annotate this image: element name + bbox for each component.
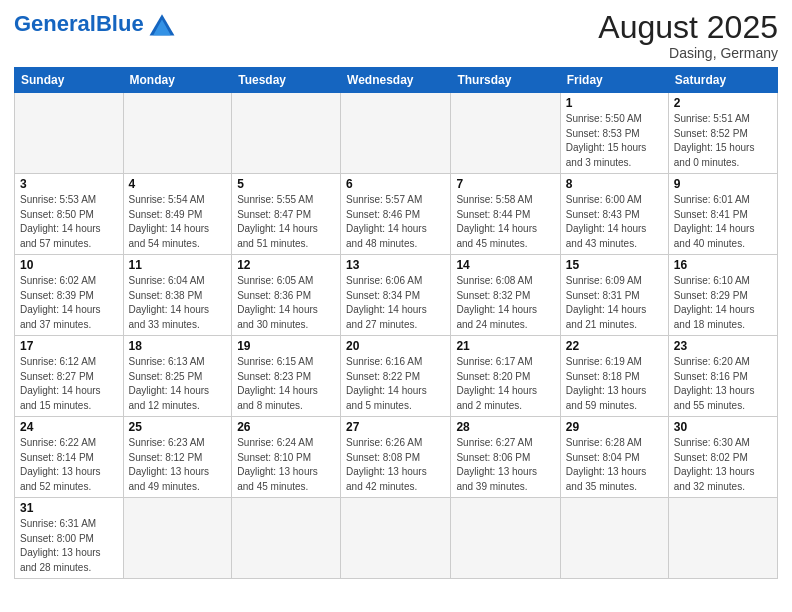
calendar-week-row: 3Sunrise: 5:53 AM Sunset: 8:50 PM Daylig… — [15, 174, 778, 255]
calendar-cell — [668, 498, 777, 579]
day-info: Sunrise: 6:16 AM Sunset: 8:22 PM Dayligh… — [346, 355, 445, 413]
day-info: Sunrise: 5:58 AM Sunset: 8:44 PM Dayligh… — [456, 193, 554, 251]
day-info: Sunrise: 6:24 AM Sunset: 8:10 PM Dayligh… — [237, 436, 335, 494]
calendar-cell: 12Sunrise: 6:05 AM Sunset: 8:36 PM Dayli… — [232, 255, 341, 336]
header: GeneralBlue August 2025 Dasing, Germany — [14, 10, 778, 61]
day-info: Sunrise: 5:57 AM Sunset: 8:46 PM Dayligh… — [346, 193, 445, 251]
calendar-cell: 2Sunrise: 5:51 AM Sunset: 8:52 PM Daylig… — [668, 93, 777, 174]
day-info: Sunrise: 5:50 AM Sunset: 8:53 PM Dayligh… — [566, 112, 663, 170]
day-number: 12 — [237, 258, 335, 272]
calendar-cell: 18Sunrise: 6:13 AM Sunset: 8:25 PM Dayli… — [123, 336, 232, 417]
day-info: Sunrise: 6:06 AM Sunset: 8:34 PM Dayligh… — [346, 274, 445, 332]
day-info: Sunrise: 5:54 AM Sunset: 8:49 PM Dayligh… — [129, 193, 227, 251]
calendar-week-row: 31Sunrise: 6:31 AM Sunset: 8:00 PM Dayli… — [15, 498, 778, 579]
calendar-cell: 27Sunrise: 6:26 AM Sunset: 8:08 PM Dayli… — [341, 417, 451, 498]
calendar-cell: 10Sunrise: 6:02 AM Sunset: 8:39 PM Dayli… — [15, 255, 124, 336]
calendar-cell — [341, 93, 451, 174]
day-info: Sunrise: 6:15 AM Sunset: 8:23 PM Dayligh… — [237, 355, 335, 413]
calendar-cell: 9Sunrise: 6:01 AM Sunset: 8:41 PM Daylig… — [668, 174, 777, 255]
calendar-cell: 29Sunrise: 6:28 AM Sunset: 8:04 PM Dayli… — [560, 417, 668, 498]
day-number: 16 — [674, 258, 772, 272]
calendar-cell: 11Sunrise: 6:04 AM Sunset: 8:38 PM Dayli… — [123, 255, 232, 336]
calendar-cell — [451, 498, 560, 579]
day-info: Sunrise: 6:30 AM Sunset: 8:02 PM Dayligh… — [674, 436, 772, 494]
day-number: 22 — [566, 339, 663, 353]
day-number: 26 — [237, 420, 335, 434]
day-info: Sunrise: 5:51 AM Sunset: 8:52 PM Dayligh… — [674, 112, 772, 170]
logo-blue: Blue — [96, 11, 144, 36]
day-info: Sunrise: 6:22 AM Sunset: 8:14 PM Dayligh… — [20, 436, 118, 494]
day-number: 17 — [20, 339, 118, 353]
day-info: Sunrise: 6:19 AM Sunset: 8:18 PM Dayligh… — [566, 355, 663, 413]
calendar-cell — [560, 498, 668, 579]
logo-general: General — [14, 11, 96, 36]
logo-icon — [146, 10, 178, 38]
day-info: Sunrise: 6:12 AM Sunset: 8:27 PM Dayligh… — [20, 355, 118, 413]
day-number: 9 — [674, 177, 772, 191]
calendar-week-row: 10Sunrise: 6:02 AM Sunset: 8:39 PM Dayli… — [15, 255, 778, 336]
day-info: Sunrise: 6:27 AM Sunset: 8:06 PM Dayligh… — [456, 436, 554, 494]
day-number: 13 — [346, 258, 445, 272]
day-number: 30 — [674, 420, 772, 434]
calendar-cell — [123, 93, 232, 174]
calendar-table: SundayMondayTuesdayWednesdayThursdayFrid… — [14, 67, 778, 579]
calendar-cell: 28Sunrise: 6:27 AM Sunset: 8:06 PM Dayli… — [451, 417, 560, 498]
day-number: 7 — [456, 177, 554, 191]
weekday-header-row: SundayMondayTuesdayWednesdayThursdayFrid… — [15, 68, 778, 93]
calendar-cell: 15Sunrise: 6:09 AM Sunset: 8:31 PM Dayli… — [560, 255, 668, 336]
calendar-cell: 1Sunrise: 5:50 AM Sunset: 8:53 PM Daylig… — [560, 93, 668, 174]
day-info: Sunrise: 6:08 AM Sunset: 8:32 PM Dayligh… — [456, 274, 554, 332]
calendar-cell: 20Sunrise: 6:16 AM Sunset: 8:22 PM Dayli… — [341, 336, 451, 417]
weekday-header: Friday — [560, 68, 668, 93]
calendar-cell: 21Sunrise: 6:17 AM Sunset: 8:20 PM Dayli… — [451, 336, 560, 417]
calendar-cell — [15, 93, 124, 174]
day-info: Sunrise: 6:31 AM Sunset: 8:00 PM Dayligh… — [20, 517, 118, 575]
calendar-cell: 23Sunrise: 6:20 AM Sunset: 8:16 PM Dayli… — [668, 336, 777, 417]
calendar-cell: 7Sunrise: 5:58 AM Sunset: 8:44 PM Daylig… — [451, 174, 560, 255]
day-number: 1 — [566, 96, 663, 110]
calendar-cell: 31Sunrise: 6:31 AM Sunset: 8:00 PM Dayli… — [15, 498, 124, 579]
weekday-header: Thursday — [451, 68, 560, 93]
day-info: Sunrise: 6:20 AM Sunset: 8:16 PM Dayligh… — [674, 355, 772, 413]
day-info: Sunrise: 6:09 AM Sunset: 8:31 PM Dayligh… — [566, 274, 663, 332]
day-info: Sunrise: 6:05 AM Sunset: 8:36 PM Dayligh… — [237, 274, 335, 332]
day-number: 3 — [20, 177, 118, 191]
day-number: 21 — [456, 339, 554, 353]
calendar-cell: 8Sunrise: 6:00 AM Sunset: 8:43 PM Daylig… — [560, 174, 668, 255]
weekday-header: Wednesday — [341, 68, 451, 93]
day-number: 20 — [346, 339, 445, 353]
day-info: Sunrise: 6:01 AM Sunset: 8:41 PM Dayligh… — [674, 193, 772, 251]
calendar-week-row: 1Sunrise: 5:50 AM Sunset: 8:53 PM Daylig… — [15, 93, 778, 174]
day-number: 27 — [346, 420, 445, 434]
calendar-cell: 5Sunrise: 5:55 AM Sunset: 8:47 PM Daylig… — [232, 174, 341, 255]
calendar-cell — [451, 93, 560, 174]
day-number: 8 — [566, 177, 663, 191]
calendar-cell: 13Sunrise: 6:06 AM Sunset: 8:34 PM Dayli… — [341, 255, 451, 336]
day-info: Sunrise: 6:28 AM Sunset: 8:04 PM Dayligh… — [566, 436, 663, 494]
calendar-cell: 19Sunrise: 6:15 AM Sunset: 8:23 PM Dayli… — [232, 336, 341, 417]
day-number: 25 — [129, 420, 227, 434]
calendar-cell: 25Sunrise: 6:23 AM Sunset: 8:12 PM Dayli… — [123, 417, 232, 498]
weekday-header: Sunday — [15, 68, 124, 93]
day-number: 24 — [20, 420, 118, 434]
day-number: 29 — [566, 420, 663, 434]
day-number: 28 — [456, 420, 554, 434]
day-number: 10 — [20, 258, 118, 272]
calendar-week-row: 17Sunrise: 6:12 AM Sunset: 8:27 PM Dayli… — [15, 336, 778, 417]
calendar-cell: 4Sunrise: 5:54 AM Sunset: 8:49 PM Daylig… — [123, 174, 232, 255]
day-info: Sunrise: 6:17 AM Sunset: 8:20 PM Dayligh… — [456, 355, 554, 413]
calendar-cell: 6Sunrise: 5:57 AM Sunset: 8:46 PM Daylig… — [341, 174, 451, 255]
calendar-cell: 17Sunrise: 6:12 AM Sunset: 8:27 PM Dayli… — [15, 336, 124, 417]
day-number: 31 — [20, 501, 118, 515]
calendar-cell — [232, 93, 341, 174]
calendar-cell: 3Sunrise: 5:53 AM Sunset: 8:50 PM Daylig… — [15, 174, 124, 255]
weekday-header: Tuesday — [232, 68, 341, 93]
day-number: 14 — [456, 258, 554, 272]
day-info: Sunrise: 6:02 AM Sunset: 8:39 PM Dayligh… — [20, 274, 118, 332]
calendar-cell — [341, 498, 451, 579]
day-info: Sunrise: 6:04 AM Sunset: 8:38 PM Dayligh… — [129, 274, 227, 332]
title-block: August 2025 Dasing, Germany — [598, 10, 778, 61]
weekday-header: Saturday — [668, 68, 777, 93]
day-number: 15 — [566, 258, 663, 272]
day-number: 19 — [237, 339, 335, 353]
